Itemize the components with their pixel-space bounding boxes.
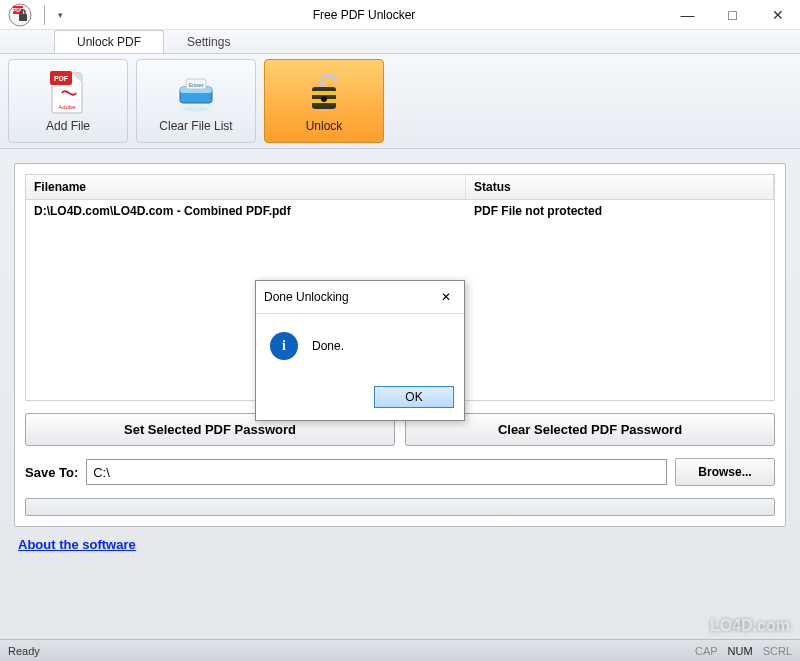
progress-bar [25, 498, 775, 516]
col-filename-header[interactable]: Filename [26, 175, 466, 199]
cell-filename: D:\LO4D.com\LO4D.com - Combined PDF.pdf [34, 204, 474, 218]
close-button[interactable]: ✕ [755, 0, 800, 30]
pdf-file-icon: PDF Adobe [44, 69, 92, 117]
table-row[interactable]: D:\LO4D.com\LO4D.com - Combined PDF.pdf … [26, 200, 774, 222]
svg-text:PDF: PDF [54, 75, 69, 82]
svg-text:Adobe: Adobe [58, 104, 76, 110]
svg-rect-3 [19, 14, 27, 21]
window-controls: — □ ✕ [665, 0, 800, 30]
dialog-title-text: Done Unlocking [264, 290, 349, 304]
maximize-button[interactable]: □ [710, 0, 755, 30]
about-link[interactable]: About the software [14, 527, 786, 552]
tab-settings[interactable]: Settings [164, 30, 253, 53]
done-dialog: Done Unlocking ✕ i Done. OK [255, 280, 465, 421]
unlock-label: Unlock [306, 119, 343, 133]
dialog-titlebar: Done Unlocking ✕ [256, 281, 464, 314]
statusbar: Ready CAP NUM SCRL [0, 639, 800, 661]
svg-text:Eraser: Eraser [189, 82, 204, 88]
qat-handle [44, 5, 52, 25]
tab-unlock-pdf[interactable]: Unlock PDF [54, 30, 164, 53]
ok-button[interactable]: OK [374, 386, 454, 408]
app-icon: PDF [8, 3, 32, 27]
cell-status: PDF File not protected [474, 204, 766, 218]
padlock-open-icon [300, 69, 348, 117]
svg-point-13 [182, 106, 210, 112]
info-icon: i [270, 332, 298, 360]
status-ready: Ready [8, 645, 40, 657]
dialog-footer: OK [256, 378, 464, 420]
save-to-row: Save To: Browse... [25, 458, 775, 486]
unlock-button[interactable]: Unlock [264, 59, 384, 143]
status-cap: CAP [695, 645, 718, 657]
svg-point-17 [321, 96, 327, 102]
status-scrl: SCRL [763, 645, 792, 657]
ribbon: PDF Adobe Add File Eraser Clear File Lis… [0, 54, 800, 149]
browse-button[interactable]: Browse... [675, 458, 775, 486]
dialog-close-button[interactable]: ✕ [436, 287, 456, 307]
ribbon-tabs: Unlock PDF Settings [0, 30, 800, 54]
dialog-message: Done. [312, 339, 344, 353]
save-to-label: Save To: [25, 465, 78, 480]
save-to-input[interactable] [86, 459, 667, 485]
titlebar: PDF ▾ Free PDF Unlocker — □ ✕ [0, 0, 800, 30]
clear-file-list-button[interactable]: Eraser Clear File List [136, 59, 256, 143]
eraser-icon: Eraser [172, 69, 220, 117]
add-file-button[interactable]: PDF Adobe Add File [8, 59, 128, 143]
table-header: Filename Status [26, 175, 774, 200]
status-num: NUM [728, 645, 753, 657]
add-file-label: Add File [46, 119, 90, 133]
window-title: Free PDF Unlocker [63, 8, 665, 22]
clear-file-list-label: Clear File List [159, 119, 232, 133]
dialog-body: i Done. [256, 314, 464, 378]
minimize-button[interactable]: — [665, 0, 710, 30]
col-status-header[interactable]: Status [466, 175, 774, 199]
svg-rect-15 [312, 91, 336, 95]
